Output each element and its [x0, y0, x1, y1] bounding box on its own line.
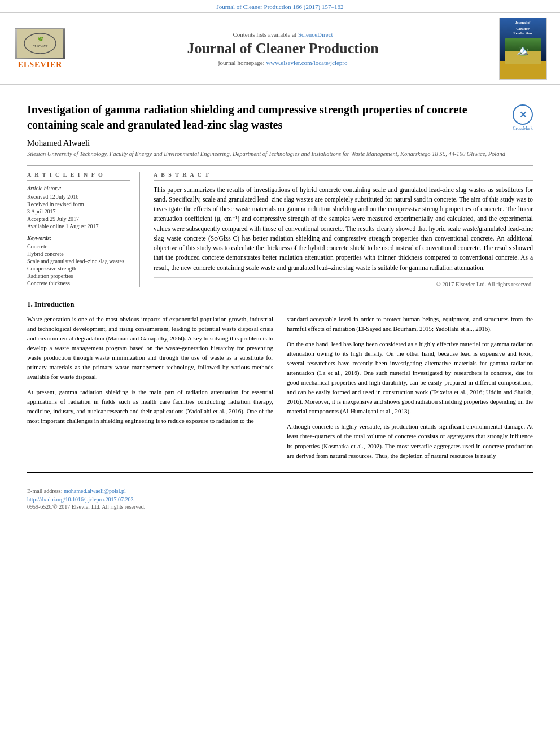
elsevier-logo-block: 🌿 ELSEVIER ELSEVIER [9, 28, 71, 69]
keyword-thickness: Concrete thickness [27, 280, 130, 286]
journal-title: Journal of Cleaner Production [77, 40, 489, 57]
crossmark-badge: ✕ CrossMark [513, 104, 533, 131]
accepted-date: Accepted 29 July 2017 [27, 216, 130, 222]
keywords-label: Keywords: [27, 235, 130, 241]
journal-logo-image: Journal of CleanerProduction 🏔️ [499, 18, 547, 80]
journal-header: 🌿 ELSEVIER ELSEVIER Contents lists avail… [0, 13, 560, 85]
body-columns: Waste generation is one of the most obvi… [27, 314, 533, 466]
keyword-compressive: Compressive strength [27, 265, 130, 272]
article-info-column: A R T I C L E I N F O Article history: R… [27, 172, 140, 287]
email-link[interactable]: mohamed.alwaeli@polsl.pl [64, 488, 126, 494]
history-label: Article history: [27, 185, 130, 191]
journal-title-block: Contents lists available at ScienceDirec… [77, 31, 489, 66]
keyword-hybrid: Hybrid concrete [27, 251, 130, 257]
footer-doi: http://dx.doi.org/10.1016/j.jclepro.2017… [27, 496, 533, 503]
abstract-column: A B S T R A C T This paper summarizes th… [154, 172, 533, 287]
journal-reference: Journal of Cleaner Production 166 (2017)… [0, 0, 560, 13]
available-online: Available online 1 August 2017 [27, 223, 130, 229]
author-affiliation: Silesian University of Technology, Facul… [27, 150, 533, 159]
body-col-left: Waste generation is one of the most obvi… [27, 314, 273, 466]
doi-link[interactable]: http://dx.doi.org/10.1016/j.jclepro.2017… [27, 496, 133, 503]
svg-text:ELSEVIER: ELSEVIER [32, 45, 48, 48]
revised-date: 3 April 2017 [27, 208, 130, 215]
journal-logo-text: Journal of CleanerProduction 🏔️ [505, 21, 541, 64]
footer-issn: 0959-6526/© 2017 Elsevier Ltd. All right… [27, 504, 533, 510]
article-title: Investigation of gamma radiation shieldi… [27, 102, 533, 133]
body-col-right: standard acceptable level in order to pr… [287, 314, 533, 466]
article-title-block: ✕ CrossMark Investigation of gamma radia… [27, 102, 533, 133]
intro-para3: standard acceptable level in order to pr… [287, 314, 533, 334]
journal-logo-box: Journal of CleanerProduction 🏔️ [495, 18, 551, 80]
article-info-abstract: A R T I C L E I N F O Article history: R… [27, 165, 533, 287]
author-name: Mohamed Alwaeli [27, 138, 533, 148]
intro-para5: Although concrete is highly versatile, i… [287, 422, 533, 460]
footer-section: E-mail address: mohamed.alwaeli@polsl.pl… [27, 484, 533, 510]
contents-available-text: Contents lists available at ScienceDirec… [77, 31, 489, 38]
introduction-heading: 1. Introduction [27, 300, 533, 309]
keyword-radiation: Radiation properties [27, 273, 130, 279]
intro-para4: On the one hand, lead has long been cons… [287, 339, 533, 416]
elsevier-label: ELSEVIER [18, 60, 63, 69]
keyword-scale: Scale and granulated lead–zinc slag wast… [27, 258, 130, 264]
intro-para2: At present, gamma radiation shielding is… [27, 387, 273, 426]
main-content: ✕ CrossMark Investigation of gamma radia… [0, 85, 560, 519]
article-info-heading: A R T I C L E I N F O [27, 172, 130, 181]
footer-email: E-mail address: mohamed.alwaeli@polsl.pl [27, 488, 533, 494]
received-date: Received 12 July 2016 [27, 194, 130, 200]
journal-homepage-link[interactable]: www.elsevier.com/locate/jclepro [266, 59, 347, 66]
crossmark-icon: ✕ [513, 104, 533, 125]
introduction-section: 1. Introduction Waste generation is one … [27, 300, 533, 466]
footer-divider [27, 472, 533, 473]
revised-label: Received in revised form [27, 201, 130, 207]
keyword-concrete: Concrete [27, 243, 130, 250]
abstract-text: This paper summarizes the results of inv… [154, 185, 533, 273]
journal-homepage: journal homepage: www.elsevier.com/locat… [77, 59, 489, 66]
abstract-heading: A B S T R A C T [154, 172, 533, 181]
sciencedirect-link[interactable]: ScienceDirect [298, 31, 333, 38]
copyright-notice: © 2017 Elsevier Ltd. All rights reserved… [154, 277, 533, 287]
elsevier-logo-image: 🌿 ELSEVIER [15, 28, 65, 59]
intro-para1: Waste generation is one of the most obvi… [27, 314, 273, 382]
